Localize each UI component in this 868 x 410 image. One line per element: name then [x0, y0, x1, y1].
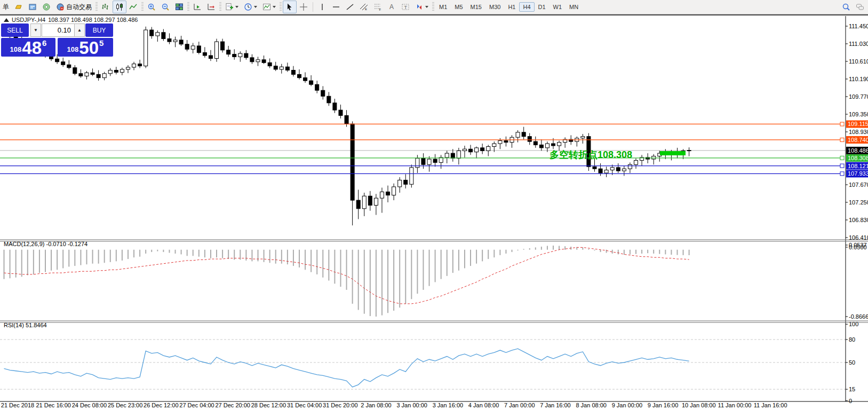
text-label-tool[interactable]: T: [399, 1, 412, 13]
crosshair-button[interactable]: [297, 1, 310, 13]
rsi-panel-layer: RSI(14) 51.84641008050150: [0, 321, 858, 404]
timeframe-mn[interactable]: MN: [566, 2, 582, 12]
line-chart-button[interactable]: [126, 1, 140, 13]
chart-profiles-button[interactable]: [26, 1, 39, 13]
auto-trading-label: 自动交易: [66, 3, 92, 12]
collapse-panel-icon[interactable]: [4, 18, 9, 22]
svg-text:106.830: 106.830: [849, 217, 868, 223]
auto-scroll-button[interactable]: [190, 1, 204, 13]
time-axis-label: 9 Jan 16:00: [648, 402, 679, 408]
channel-icon: E: [360, 3, 368, 11]
toolbar-grip: [219, 2, 221, 12]
sell-label: SELL: [7, 27, 22, 34]
timeframe-h4[interactable]: H4: [519, 2, 534, 12]
toolbar-grip: [187, 2, 189, 12]
bar-chart-icon: [101, 3, 110, 11]
svg-text:109.350: 109.350: [849, 111, 868, 117]
svg-text:107.250: 107.250: [849, 199, 868, 206]
vertical-line-tool[interactable]: [315, 1, 329, 13]
tile-windows-icon: [175, 3, 184, 11]
line-chart-icon: [129, 3, 138, 11]
market-watch-button[interactable]: [12, 1, 26, 13]
candle: [298, 74, 301, 77]
candle: [150, 30, 154, 36]
volume-increase-button[interactable]: ▲: [74, 23, 85, 37]
candle: [545, 144, 549, 148]
timeframe-m15[interactable]: M15: [467, 2, 485, 12]
text-icon: A: [387, 3, 396, 11]
candle: [345, 115, 348, 124]
timeframe-w1[interactable]: W1: [550, 2, 566, 12]
candle: [144, 30, 148, 66]
buy-price-pip: 5: [99, 38, 103, 48]
buy-label: BUY: [93, 27, 106, 34]
buy-button[interactable]: BUY: [85, 23, 113, 37]
svg-text:111.030: 111.030: [849, 41, 868, 47]
chart-shift-button[interactable]: [204, 1, 218, 13]
text-tool[interactable]: A: [385, 1, 399, 13]
dropdown-caret-icon: [273, 6, 276, 8]
trendline-icon: [346, 3, 354, 11]
symbol-period-label: USDJPY-,H4: [12, 17, 45, 23]
sell-button[interactable]: SELL: [1, 23, 29, 37]
svg-text:107.933: 107.933: [848, 170, 868, 177]
candle: [492, 144, 496, 147]
buy-price-button[interactable]: 108 50 5: [58, 38, 113, 57]
horizontal-lines-layer[interactable]: [0, 122, 844, 176]
trendline-tool[interactable]: [343, 1, 357, 13]
candle: [309, 81, 313, 84]
sounds-button[interactable]: [39, 1, 53, 13]
new-order-button[interactable]: 单: [0, 1, 12, 13]
timeframe-m1[interactable]: M1: [435, 2, 451, 12]
candle: [244, 53, 248, 58]
timeframe-h1[interactable]: H1: [504, 2, 519, 12]
candlestick-chart-icon: [115, 3, 124, 11]
periods-button[interactable]: [241, 1, 260, 13]
candle: [55, 59, 59, 62]
timeframe-m5[interactable]: M5: [451, 2, 466, 12]
hline-anchor-marker: [840, 122, 844, 126]
time-axis-label: 27 Dec 04:00: [179, 402, 214, 408]
time-axis-label: 28 Dec 12:00: [251, 402, 286, 408]
svg-text:108.740: 108.740: [848, 137, 868, 143]
chat-button[interactable]: [853, 1, 867, 13]
dropdown-caret-icon: [425, 6, 428, 8]
svg-text:109.770: 109.770: [849, 93, 868, 100]
candle: [168, 39, 171, 42]
auto-scroll-icon: [193, 3, 202, 11]
candle: [61, 62, 65, 65]
ohlc-values-label: 108.397 108.498 108.297 108.486: [48, 17, 138, 23]
zoom-in-button[interactable]: [145, 1, 158, 13]
gold-ingot-icon: [14, 3, 23, 11]
timeframe-m30[interactable]: M30: [485, 2, 504, 12]
candle: [386, 192, 390, 195]
horizontal-line-tool[interactable]: [329, 1, 343, 13]
timeframe-d1[interactable]: D1: [535, 2, 550, 12]
fibonacci-tool[interactable]: F: [371, 1, 385, 13]
candle: [238, 53, 242, 57]
arrows-tool[interactable]: [412, 1, 431, 13]
candle: [339, 110, 343, 115]
auto-trading-button[interactable]: 自动交易: [53, 1, 94, 13]
cursor-button[interactable]: [283, 1, 297, 13]
volume-input[interactable]: [42, 23, 75, 37]
sell-price-button[interactable]: 108 48 6: [1, 38, 55, 57]
hline-anchor-marker: [840, 138, 844, 141]
zoom-out-button[interactable]: [158, 1, 172, 13]
equidistant-channel-tool[interactable]: E: [357, 1, 371, 13]
chart-annotation-text: 多空转折点108.308: [550, 149, 632, 160]
candle: [610, 168, 614, 170]
search-button[interactable]: [839, 1, 853, 13]
indicators-button[interactable]: [222, 1, 241, 13]
tile-windows-button[interactable]: [172, 1, 186, 13]
candle: [209, 56, 212, 59]
candle: [481, 148, 484, 151]
templates-button[interactable]: [260, 1, 278, 13]
main-toolbar: 单 自动交易: [0, 0, 868, 14]
candlestick-chart-button[interactable]: [113, 1, 126, 13]
mt4-window: { "window": { "symbol_period": "USDJPY-,…: [0, 0, 868, 410]
volume-decrease-button[interactable]: ▼: [30, 23, 41, 37]
toolbar-separator: [313, 2, 313, 12]
svg-text:15: 15: [849, 386, 855, 392]
bar-chart-button[interactable]: [99, 1, 113, 13]
